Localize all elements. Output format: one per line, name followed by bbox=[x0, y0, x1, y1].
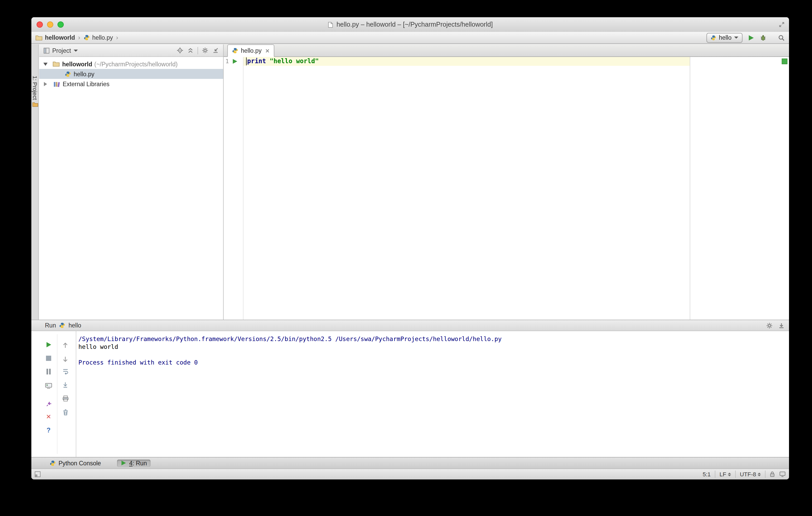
navigation-bar: helloworld › hello.py › hello bbox=[31, 32, 789, 44]
code-keyword: print bbox=[247, 57, 266, 65]
text-caret bbox=[246, 57, 246, 65]
project-panel-header: Project bbox=[39, 44, 223, 57]
tab-hello-py[interactable]: hello.py ✕ bbox=[227, 44, 274, 57]
project-tree: helloworld (~/PycharmProjects/helloworld… bbox=[39, 57, 223, 89]
print-icon[interactable] bbox=[61, 394, 69, 403]
help-icon[interactable]: ? bbox=[45, 426, 53, 434]
hide-panel-icon[interactable] bbox=[212, 47, 219, 54]
pause-icon[interactable] bbox=[45, 367, 53, 375]
project-panel: Project bbox=[39, 44, 224, 320]
expanded-arrow-icon[interactable] bbox=[44, 62, 48, 65]
hide-panel-icon[interactable] bbox=[778, 322, 785, 329]
fullscreen-icon[interactable] bbox=[779, 22, 785, 28]
tree-row-external-libraries[interactable]: External Libraries bbox=[39, 79, 223, 89]
breadcrumb-file[interactable]: hello.py bbox=[92, 34, 113, 41]
libraries-icon bbox=[53, 81, 60, 87]
inspection-status-indicator[interactable] bbox=[782, 59, 787, 64]
spinner-arrows-icon bbox=[728, 473, 731, 476]
line-number: 1 bbox=[224, 58, 229, 65]
console-output-line: hello world bbox=[78, 343, 786, 351]
breadcrumb-project[interactable]: helloworld bbox=[45, 34, 75, 41]
spinner-arrows-icon bbox=[758, 473, 761, 476]
run-panel-body: ✕ ? bbox=[31, 331, 789, 457]
console-blank-line bbox=[78, 351, 786, 359]
attach-debugger-icon[interactable] bbox=[45, 399, 53, 408]
run-tab-icon bbox=[121, 460, 126, 466]
breadcrumb: helloworld › hello.py › bbox=[35, 34, 119, 41]
right-margin-line bbox=[690, 57, 690, 320]
down-stack-trace-icon[interactable] bbox=[61, 355, 69, 363]
run-configuration-select[interactable]: hello bbox=[706, 33, 743, 42]
run-tab-label: 4: Run bbox=[129, 460, 147, 466]
tree-file-name: hello.py bbox=[74, 71, 94, 77]
zoom-window-button[interactable] bbox=[57, 22, 64, 28]
tab-label: hello.py bbox=[241, 48, 262, 54]
locate-file-icon[interactable] bbox=[177, 47, 183, 54]
project-tab-icon bbox=[32, 102, 38, 107]
soft-wrap-icon[interactable] bbox=[61, 367, 69, 375]
hector-inspector-icon[interactable] bbox=[779, 471, 786, 477]
document-icon bbox=[328, 21, 334, 28]
run-configuration-name: hello bbox=[719, 34, 731, 41]
console-exit-line: Process finished with exit code 0 bbox=[78, 359, 786, 367]
external-libraries-label: External Libraries bbox=[63, 81, 110, 87]
line-separator-widget[interactable]: LF bbox=[720, 471, 731, 477]
close-window-button[interactable] bbox=[36, 22, 43, 28]
folder-icon bbox=[35, 35, 42, 40]
pycharm-window: hello.py – helloworld – [~/PycharmProjec… bbox=[31, 17, 789, 480]
chevron-right-icon: › bbox=[116, 34, 118, 41]
minimize-window-button[interactable] bbox=[47, 22, 53, 28]
python-config-icon bbox=[59, 322, 65, 329]
encoding-widget[interactable]: UTF-8 bbox=[740, 471, 761, 477]
python-console-icon bbox=[50, 460, 56, 466]
python-file-icon bbox=[83, 34, 90, 41]
console-command-line: /System/Library/Frameworks/Python.framew… bbox=[78, 335, 786, 343]
python-config-icon bbox=[710, 35, 716, 40]
write-lock-icon[interactable] bbox=[770, 471, 775, 477]
gear-icon[interactable] bbox=[202, 47, 208, 54]
project-root-path: (~/PycharmProjects/helloworld) bbox=[94, 61, 178, 67]
gear-icon[interactable] bbox=[766, 322, 773, 329]
chevron-down-icon[interactable] bbox=[74, 49, 78, 52]
divider bbox=[198, 47, 198, 54]
caret-position-widget[interactable]: 5:1 bbox=[702, 471, 710, 477]
editor-tab-bar: hello.py ✕ bbox=[224, 44, 789, 57]
titlebar[interactable]: hello.py – helloworld – [~/PycharmProjec… bbox=[31, 17, 789, 32]
collapse-all-icon[interactable] bbox=[187, 47, 194, 54]
debug-button[interactable] bbox=[760, 34, 766, 41]
project-stripe-button[interactable]: 1: Project bbox=[31, 76, 39, 107]
code-editor[interactable]: 1 print"hello world" bbox=[224, 57, 789, 320]
stop-icon[interactable] bbox=[45, 354, 53, 362]
show-console-icon[interactable] bbox=[45, 382, 53, 390]
editor-area: hello.py ✕ 1 print"hello world" bbox=[224, 44, 789, 320]
clear-all-icon[interactable] bbox=[61, 408, 69, 416]
python-file-icon bbox=[65, 71, 71, 77]
collapsed-arrow-icon[interactable] bbox=[44, 82, 47, 86]
divider bbox=[57, 334, 57, 454]
rerun-icon[interactable] bbox=[45, 340, 53, 349]
python-console-button[interactable]: Python Console bbox=[46, 459, 105, 467]
folder-icon bbox=[53, 61, 60, 67]
run-button[interactable] bbox=[748, 34, 755, 41]
tree-row-hello-py[interactable]: hello.py bbox=[39, 69, 223, 79]
close-console-icon[interactable]: ✕ bbox=[45, 413, 53, 421]
divider bbox=[735, 471, 736, 478]
chevron-right-icon: › bbox=[78, 34, 80, 41]
search-icon[interactable] bbox=[778, 34, 785, 41]
run-config-label: hello bbox=[68, 322, 81, 329]
run-panel-header: Run hello bbox=[31, 320, 789, 331]
project-root-name: helloworld bbox=[62, 61, 92, 67]
tool-window-stripe: 1: Project bbox=[31, 44, 39, 320]
scroll-to-end-icon[interactable] bbox=[61, 381, 69, 389]
tree-row-project-root[interactable]: helloworld (~/PycharmProjects/helloworld… bbox=[39, 59, 223, 69]
gutter-divider bbox=[243, 57, 243, 320]
tool-window-switcher-icon[interactable] bbox=[34, 471, 41, 477]
project-panel-title[interactable]: Project bbox=[52, 47, 71, 54]
run-tool-window-button[interactable]: 4: Run bbox=[117, 459, 150, 467]
python-console-label: Python Console bbox=[59, 460, 101, 466]
close-tab-icon[interactable]: ✕ bbox=[265, 48, 270, 54]
up-stack-trace-icon[interactable] bbox=[61, 341, 69, 350]
run-line-marker-icon[interactable] bbox=[232, 59, 238, 64]
status-bar: 5:1 LF UTF-8 bbox=[31, 468, 789, 480]
console-output[interactable]: /System/Library/Frameworks/Python.framew… bbox=[76, 331, 789, 457]
